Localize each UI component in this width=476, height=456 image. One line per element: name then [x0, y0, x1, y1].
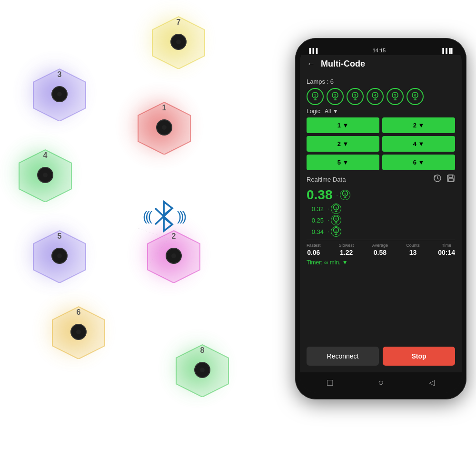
counts-value: 13 [409, 249, 417, 256]
sequence-btn-3[interactable]: 2 ▼ [307, 136, 379, 152]
hex-1-label: 1 [162, 104, 167, 112]
phone-body: ▐▐▐ 14:15 ▐▐▐▌ ← Multi-Code Lamps : 6 [295, 38, 466, 399]
sequence-btn-4[interactable]: 4 ▼ [382, 136, 455, 152]
bt-wave-left: ((( [143, 209, 150, 224]
svg-text:4: 4 [374, 94, 376, 97]
hex-3-label: 3 [58, 70, 62, 79]
status-battery: ▐▐▐▌ [441, 48, 454, 53]
lamp-small-2: 4 [331, 204, 341, 214]
reading-val-2: 0.32 [307, 205, 324, 213]
svg-text:5: 5 [394, 94, 396, 97]
reconnect-button[interactable]: Reconnect [307, 347, 379, 366]
hex-7: 7 [148, 14, 209, 69]
readings-area: 0.38 · 1 [307, 187, 455, 237]
hex-5-center [51, 248, 68, 264]
reading-lamp-1: · 1 [337, 190, 350, 200]
hex-4-center [37, 167, 53, 183]
history-icon[interactable] [433, 174, 442, 184]
lamp-icon-4[interactable]: 4 [367, 88, 384, 105]
nav-back-icon[interactable]: ◁ [429, 378, 435, 387]
lamp-icon-2[interactable]: 2 [327, 88, 344, 105]
average-value: 0.58 [374, 249, 387, 256]
svg-text:6: 6 [414, 94, 416, 97]
readings-values: 0.38 · 1 [307, 187, 350, 237]
hex-4: 4 [14, 147, 76, 202]
nav-square-icon[interactable]: □ [327, 377, 333, 388]
reading-val-1: 0.38 [307, 187, 333, 203]
average-label: Average [372, 243, 388, 248]
reading-val-4: 0.34 [307, 228, 324, 235]
reading-lamp-3: · 1 [327, 215, 341, 225]
hex-8-label: 8 [200, 346, 205, 355]
stop-button[interactable]: Stop [383, 347, 455, 366]
sequence-btn-5[interactable]: 5 ▼ [307, 155, 379, 170]
lamp-icon-3[interactable]: 3 [347, 88, 364, 105]
sequence-btn-2[interactable]: 2 ▼ [382, 117, 455, 133]
hex-area: 3 4 5 6 [0, 0, 267, 456]
nav-home-icon[interactable]: ○ [378, 377, 384, 388]
back-button[interactable]: ← [307, 59, 315, 69]
status-signal: ▐▐▐ [307, 48, 317, 53]
hex-7-wrap: 7 [148, 14, 209, 69]
hex-6: 6 [48, 304, 109, 359]
svg-text:2: 2 [334, 94, 336, 97]
hex-3-center [51, 86, 68, 102]
hex-1-center [156, 119, 172, 136]
lamp-icon-5[interactable]: 5 [387, 88, 404, 105]
stat-counts: Counts 13 [406, 243, 420, 256]
hex-1: 1 [133, 100, 195, 155]
reading-row-3: 0.25 · 1 [307, 215, 350, 225]
hex-5: 5 [29, 228, 90, 283]
hex-5-label: 5 [58, 232, 62, 241]
sequence-btn-6[interactable]: 6 ▼ [382, 155, 455, 170]
status-time: 14:15 [373, 48, 386, 53]
sequence-btn-1[interactable]: 1 ▼ [307, 117, 379, 133]
hex-3-wrap: 3 [29, 67, 90, 121]
lamp-icon-6[interactable]: 6 [407, 88, 424, 105]
app-title: Multi-Code [321, 59, 365, 69]
status-bar: ▐▐▐ 14:15 ▐▐▐▌ [300, 45, 462, 55]
hex-7-label: 7 [177, 18, 181, 27]
phone-screen: ▐▐▐ 14:15 ▐▐▐▌ ← Multi-Code Lamps : 6 [300, 45, 462, 393]
app-header: ← Multi-Code [300, 55, 462, 73]
hex-7-center [170, 34, 187, 50]
hex-4-wrap: 4 [14, 147, 76, 202]
lamp-icons-row: 1 2 [307, 88, 455, 105]
svg-rect-44 [448, 179, 453, 181]
reading-row-2: 0.32 · 4 [307, 204, 350, 214]
stat-slowest: Slowest 1.22 [339, 243, 354, 256]
hex-5-wrap: 5 [29, 228, 90, 283]
logic-value[interactable]: All ▼ [325, 108, 338, 115]
realtime-label: Realtime Data [307, 176, 346, 183]
svg-rect-43 [449, 175, 453, 177]
timer-row[interactable]: Timer: ∞ min. ▼ [307, 259, 455, 266]
slowest-value: 1.22 [340, 249, 353, 256]
reading-lamp-2: · 4 [327, 204, 341, 214]
svg-text:1: 1 [314, 94, 316, 97]
nav-bar: □ ○ ◁ [300, 372, 462, 393]
hex-2: 2 [143, 228, 205, 283]
svg-text:1: 1 [344, 193, 346, 195]
reading-lamp-4: · 1 [327, 226, 341, 237]
hex-6-label: 6 [77, 308, 81, 317]
hex-8-center [194, 362, 210, 378]
save-icon[interactable] [446, 174, 455, 184]
hex-4-label: 4 [43, 151, 48, 160]
hex-6-wrap: 6 [48, 304, 109, 359]
bottom-buttons: Reconnect Stop [307, 347, 455, 368]
reading-row-1: 0.38 · 1 [307, 187, 350, 203]
lamp-small-4: 1 [331, 226, 341, 237]
bluetooth-icon [150, 200, 177, 233]
hex-8: 8 [171, 342, 233, 397]
stat-time: Time 00:14 [438, 243, 455, 256]
lamp-small-3: 1 [331, 215, 341, 225]
fastest-value: 0.06 [307, 249, 320, 256]
stats-row: Fastest 0.06 Slowest 1.22 Average 0.58 C… [307, 240, 455, 256]
lamps-count-label: Lamps : 6 [307, 78, 455, 85]
hex-8-wrap: 8 [171, 342, 233, 397]
hex-2-center [166, 248, 182, 264]
app-body: Lamps : 6 1 [300, 73, 462, 372]
hex-1-wrap: 1 [133, 100, 195, 155]
lamp-icon-1[interactable]: 1 [307, 88, 324, 105]
slowest-label: Slowest [339, 243, 354, 248]
